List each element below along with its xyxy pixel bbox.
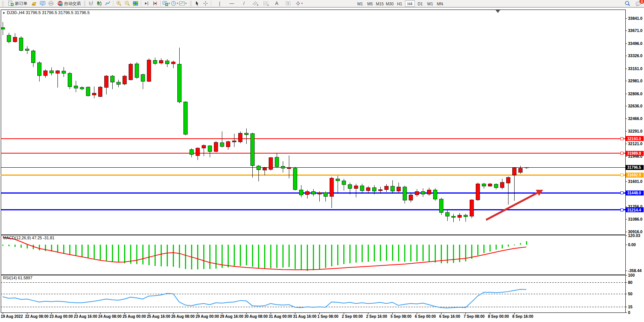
chart-window-button[interactable] <box>38 0 47 7</box>
price-line-label: 31692.9 <box>627 173 641 177</box>
chart-shift-button[interactable] <box>142 0 151 7</box>
cursor-icon <box>194 0 200 6</box>
candle-body <box>397 187 400 191</box>
zoom-out-button[interactable] <box>123 0 131 7</box>
crosshair-tool-button[interactable] <box>201 0 210 7</box>
candle-body <box>464 215 467 217</box>
candle-body <box>506 178 510 183</box>
text-tool-button[interactable]: A <box>273 0 281 7</box>
candle-body <box>354 186 358 189</box>
candlestick-type-button[interactable] <box>95 0 104 7</box>
candle-body <box>116 82 120 85</box>
timeframe-button-H4[interactable]: H4 <box>405 0 415 7</box>
line-anchor-marker[interactable] <box>620 174 623 176</box>
candle-body <box>476 184 480 200</box>
timeframe-button-H1[interactable]: H1 <box>395 1 404 6</box>
time-tick-label: 31 Aug 00:00 <box>269 314 292 319</box>
search-button[interactable] <box>623 0 631 7</box>
toolbar-separator <box>141 1 141 6</box>
ohlc-bars-icon <box>88 0 94 6</box>
vertical-line-icon: | <box>219 1 220 6</box>
candle-body <box>482 184 486 186</box>
candle-body <box>427 190 431 194</box>
candles-group <box>1 22 528 222</box>
symbol-dropdown-icon[interactable]: ▼ <box>2 11 5 15</box>
timeframe-button-D1[interactable]: D1 <box>416 1 425 6</box>
candle-body <box>317 192 321 194</box>
timeframe-button-M5[interactable]: M5 <box>365 1 375 6</box>
price-tick-label: 31086.0 <box>628 217 642 221</box>
market-watch-button[interactable] <box>30 0 38 7</box>
channel-tool-button[interactable]: E <box>251 0 260 7</box>
timeframe-button-W1[interactable]: W1 <box>426 1 435 6</box>
chart-title: ▼DJ30-,H4 31796.5 31796.5 31796.5 31796.… <box>2 10 90 15</box>
trendline-tool-button[interactable]: / <box>240 0 248 7</box>
time-tick-label: 6 Sep 16:00 <box>439 314 460 319</box>
candle-body <box>153 60 157 63</box>
candle-body <box>366 187 370 191</box>
vertical-line-tool-button[interactable]: | <box>215 0 224 7</box>
horizontal-line-tool-button[interactable]: — <box>228 0 236 7</box>
templates-button[interactable]: ▾ <box>179 0 187 7</box>
signal-button[interactable] <box>47 0 55 7</box>
chart-shift-marker[interactable] <box>496 10 500 13</box>
candle-body <box>147 60 151 81</box>
new-order-button[interactable]: 新订单 <box>5 0 30 7</box>
candle-body <box>74 86 78 88</box>
trend-arrow-line[interactable] <box>486 193 537 220</box>
trendline-icon: / <box>243 1 244 6</box>
new-chart-icon <box>162 0 168 6</box>
clock-icon <box>171 0 177 6</box>
timeframe-button-M1[interactable]: M1 <box>355 1 365 6</box>
new-chart-button[interactable]: ▾ <box>162 0 170 7</box>
rsi-tick-label: 50 <box>628 292 633 296</box>
candle-body <box>220 143 224 146</box>
candle-body <box>68 74 72 87</box>
candle-body <box>512 168 516 175</box>
toolbar-grip <box>2 1 4 6</box>
fibonacci-tool-button[interactable]: F <box>262 0 270 7</box>
candle-body <box>56 71 59 74</box>
time-tick-label: 22 Aug 08:00 <box>25 314 49 319</box>
periods-button[interactable]: ▾ <box>170 0 179 7</box>
candle-body <box>391 186 394 191</box>
auto-trading-icon <box>57 0 63 6</box>
line-chart-type-button[interactable] <box>104 0 112 7</box>
candle-body <box>165 61 169 64</box>
timeframe-button-M15[interactable]: M15 <box>375 1 384 6</box>
dropdown-caret-icon: ▾ <box>185 2 187 5</box>
chart-canvas[interactable]: 33841.033671.033496.033326.033151.032981… <box>0 0 644 322</box>
time-tick-label: 30 Aug 08:00 <box>244 314 268 319</box>
toolbar-right: 1 <box>623 0 642 7</box>
price-tick-label: 33496.0 <box>628 41 642 46</box>
bar-chart-type-button[interactable] <box>87 0 95 7</box>
auto-trading-button[interactable]: 自动交易 <box>55 0 83 7</box>
line-anchor-marker[interactable] <box>620 192 623 194</box>
price-tick-label: 33841.0 <box>628 16 642 21</box>
zoom-in-button[interactable] <box>115 0 123 7</box>
candle-body <box>208 146 212 152</box>
svg-text:T: T <box>287 2 289 5</box>
candle-body <box>287 167 291 168</box>
line-anchor-marker[interactable] <box>620 152 623 155</box>
line-anchor-marker[interactable] <box>620 137 623 140</box>
line-anchor-marker[interactable] <box>620 208 623 211</box>
time-tick-label: 23 Aug 00:00 <box>49 314 73 319</box>
zoom-out-icon <box>124 0 130 6</box>
candle-body <box>451 216 455 217</box>
text-label-tool-button[interactable]: T <box>284 0 292 7</box>
tile-windows-button[interactable] <box>131 0 140 7</box>
timeframe-button-MN[interactable]: MN <box>435 1 445 6</box>
chat-button[interactable]: 1 <box>634 0 642 7</box>
cursor-tool-button[interactable] <box>193 0 201 7</box>
arrows-tool-button[interactable]: ▾ <box>295 0 303 7</box>
candle-body <box>330 178 333 196</box>
time-tick-label: 8 Sep 16:00 <box>512 314 533 319</box>
candle-body <box>360 186 364 191</box>
time-tick-label: 5 Sep 08:00 <box>391 314 411 319</box>
macd-tick-label: 120.03 <box>628 233 640 238</box>
candle-body <box>238 133 242 142</box>
timeframe-button-M30[interactable]: M30 <box>385 1 394 6</box>
candle-body <box>80 87 84 89</box>
auto-scroll-button[interactable] <box>151 0 159 7</box>
